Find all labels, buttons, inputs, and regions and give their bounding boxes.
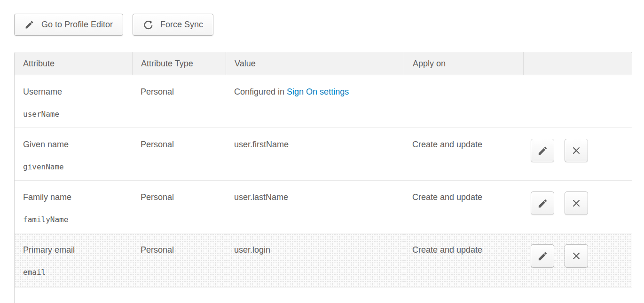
go-to-profile-editor-button[interactable]: Go to Profile Editor [14, 14, 123, 36]
delete-attribute-button[interactable] [565, 139, 588, 162]
attribute-type-cell: Personal [132, 75, 226, 128]
delete-attribute-button[interactable] [565, 191, 588, 215]
actions-cell [523, 128, 632, 180]
apply-on-value: Create and update [412, 245, 482, 255]
column-header-apply-on: Apply on [404, 52, 523, 75]
value-cell: user.firstName [226, 128, 404, 180]
value-cell: Configured in Sign On settings [226, 75, 404, 128]
attribute-label: Primary email [23, 244, 124, 255]
go-to-profile-editor-label: Go to Profile Editor [41, 20, 113, 30]
edit-attribute-button[interactable] [531, 244, 554, 268]
row-actions [531, 191, 632, 215]
table-row: Primary email email Personal user.login … [15, 233, 632, 287]
apply-on-cell: Create and update [404, 233, 523, 287]
column-header-attribute: Attribute [15, 52, 132, 75]
attribute-variable-name: email [23, 268, 124, 277]
apply-on-cell: Create and update [404, 180, 523, 233]
attribute-type-value: Personal [141, 245, 174, 255]
table-header: Attribute Attribute Type Value Apply on [15, 52, 632, 75]
edit-attribute-button[interactable] [531, 191, 554, 215]
attribute-label: Given name [23, 139, 124, 150]
attribute-variable-name: givenName [23, 162, 124, 172]
edit-pencil-icon [537, 198, 548, 209]
delete-x-icon [571, 145, 581, 156]
actions-cell [523, 233, 632, 287]
row-actions [531, 244, 632, 268]
value-cell: user.login [226, 233, 404, 287]
delete-x-icon [571, 198, 581, 208]
table-body: Username userName Personal Configured in… [15, 75, 632, 303]
edit-pencil-icon [537, 251, 548, 262]
attribute-label: Family name [23, 191, 124, 203]
attribute-type-value: Personal [141, 140, 174, 149]
table-row: Family name familyName Personal user.las… [15, 180, 632, 233]
attribute-label: Username [23, 86, 124, 97]
delete-x-icon [571, 251, 581, 261]
attribute-cell: Family name familyName [15, 180, 132, 233]
attribute-cell: Username userName [15, 75, 132, 128]
attribute-cell: Given name givenName [15, 128, 132, 180]
attribute-variable-name: userName [23, 110, 124, 119]
column-header-value: Value [226, 52, 404, 75]
apply-on-value: Create and update [412, 192, 482, 202]
edit-attribute-button[interactable] [531, 139, 554, 162]
table-row: Given name givenName Personal user.first… [15, 128, 632, 180]
column-header-attribute-type: Attribute Type [132, 52, 226, 75]
attribute-type-value: Personal [141, 192, 174, 202]
toolbar: Go to Profile Editor Force Sync [14, 14, 632, 36]
empty-cell [15, 287, 632, 303]
attribute-type-cell: Personal [132, 180, 226, 233]
edit-pencil-icon [537, 145, 548, 156]
pencil-icon [24, 20, 34, 30]
value-text: Configured in [234, 87, 287, 96]
attribute-mapping-table: Attribute Attribute Type Value Apply on … [14, 52, 632, 303]
apply-on-value: Create and update [412, 140, 482, 149]
force-sync-button[interactable]: Force Sync [133, 14, 213, 36]
actions-cell [523, 180, 632, 233]
refresh-icon [143, 20, 153, 30]
attribute-type-cell: Personal [132, 233, 226, 287]
apply-on-cell: Create and update [404, 128, 523, 180]
value-text: user.lastName [234, 192, 288, 202]
attribute-type-value: Personal [141, 87, 174, 96]
attribute-type-cell: Personal [132, 128, 226, 180]
apply-on-cell [404, 75, 523, 128]
row-actions [531, 139, 632, 162]
table-row: Username userName Personal Configured in… [15, 75, 632, 128]
actions-cell [523, 75, 632, 128]
value-text: user.firstName [234, 140, 289, 149]
attribute-cell: Primary email email [15, 233, 132, 287]
value-text: user.login [234, 245, 270, 255]
column-header-actions [523, 52, 632, 75]
delete-attribute-button[interactable] [565, 244, 588, 268]
attribute-mappings-page: Go to Profile Editor Force Sync Attribut… [0, 0, 644, 303]
value-cell: user.lastName [226, 180, 404, 233]
attribute-variable-name: familyName [23, 215, 124, 224]
force-sync-label: Force Sync [160, 20, 203, 30]
sign-on-settings-link[interactable]: Sign On settings [287, 87, 349, 96]
table-row-partial [15, 287, 632, 303]
